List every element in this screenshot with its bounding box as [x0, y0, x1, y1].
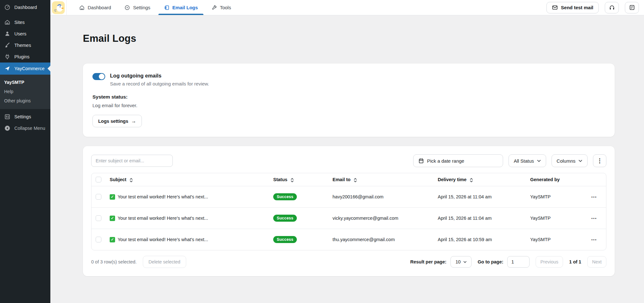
generated-by-cell: YaySMTP — [526, 216, 582, 221]
results-per-page-select[interactable]: 10 — [450, 256, 472, 268]
sliders-icon — [4, 114, 11, 120]
status-badge: Success — [273, 236, 297, 243]
row-actions-menu[interactable]: ⋯ — [591, 215, 597, 221]
email-logs-table: Subject Status Email to — [91, 173, 606, 250]
sort-icon[interactable] — [129, 177, 133, 182]
main-area: Email Logs Log outgoing emails Save a re… — [50, 15, 644, 303]
header-checkbox-cell — [91, 177, 106, 182]
tab-settings[interactable]: Settings — [118, 0, 157, 15]
support-button[interactable] — [605, 2, 619, 13]
columns-dropdown[interactable]: Columns — [552, 154, 588, 167]
filter-buttons: Pick a date range All Status Columns — [413, 154, 606, 167]
log-settings-card: Log outgoing emails Save a record of all… — [83, 63, 615, 137]
go-to-page-input[interactable] — [507, 256, 530, 268]
chevron-down-icon — [463, 260, 467, 264]
docs-button[interactable] — [625, 2, 639, 13]
subject-cell[interactable]: ✓ Your test email worked! Here's what's … — [106, 237, 269, 242]
topbar-actions: Send test mail — [546, 0, 644, 15]
status-filter-dropdown[interactable]: All Status — [509, 154, 546, 167]
sidebar-item-yaycommerce[interactable]: YayCommerce — [0, 63, 50, 75]
sidebar-item-label: Plugins — [14, 54, 30, 59]
page-indicator: 1 of 1 — [569, 259, 581, 264]
email-to-cell: vicky.yaycommerce@gmail.com — [328, 216, 433, 221]
logo-container — [50, 0, 67, 15]
headphones-icon — [609, 4, 615, 11]
submenu-item-yaysmtp[interactable]: YaySMTP — [0, 78, 50, 87]
logs-settings-label: Logs settings — [98, 119, 128, 124]
header-email-to-label: Email to — [333, 177, 350, 182]
sort-icon[interactable] — [290, 177, 294, 182]
next-page-button[interactable]: Next — [587, 256, 606, 268]
tab-label: Settings — [133, 5, 150, 10]
header-email-to[interactable]: Email to — [328, 177, 433, 182]
row-actions-menu[interactable]: ⋯ — [591, 194, 597, 200]
sidebar-item-dashboard[interactable]: Dashboard — [0, 2, 50, 13]
header-generated-by: Generated by — [526, 177, 582, 182]
more-options-button[interactable]: ⋮ — [593, 154, 606, 167]
logs-settings-button[interactable]: Logs settings → — [92, 115, 142, 127]
delete-selected-button[interactable]: Delete selected — [143, 256, 186, 268]
home-icon — [79, 5, 85, 11]
tab-label: Dashboard — [88, 5, 111, 10]
row-checkbox[interactable] — [96, 215, 101, 221]
plug-icon — [4, 54, 11, 60]
send-test-mail-label: Send test mail — [561, 5, 593, 10]
chevron-down-icon — [537, 159, 541, 163]
submenu-item-other-plugins[interactable]: Other plugins — [0, 96, 50, 105]
row-checkbox[interactable] — [96, 237, 101, 242]
toggle-knob — [99, 74, 105, 79]
row-actions-menu[interactable]: ⋯ — [591, 237, 597, 243]
tab-email-logs[interactable]: Email Logs — [157, 0, 205, 15]
yaysmtp-duck-logo[interactable] — [52, 1, 65, 14]
email-to-cell: thu.yaycommerce@gmail.com — [328, 237, 433, 242]
sidebar-item-sites[interactable]: Sites — [0, 17, 50, 28]
log-outgoing-emails-toggle[interactable] — [92, 73, 105, 80]
header-delivery-time[interactable]: Delivery time — [433, 177, 526, 182]
arrow-right-icon: → — [131, 118, 136, 124]
send-test-mail-button[interactable]: Send test mail — [546, 2, 599, 13]
header-generated-by-label: Generated by — [530, 177, 560, 182]
delivery-time-cell: April 15, 2026 at 10:59 am — [433, 237, 526, 242]
date-range-button[interactable]: Pick a date range — [413, 154, 503, 167]
sidebar-item-label: Collapse Menu — [14, 126, 45, 131]
green-check-icon: ✓ — [110, 237, 115, 242]
sidebar-item-settings[interactable]: Settings — [0, 111, 50, 122]
header-subject-label: Subject — [110, 177, 126, 182]
row-checkbox[interactable] — [96, 194, 101, 200]
selection-summary: 0 of 3 row(s) selected. — [91, 259, 137, 264]
yaycommerce-flyer-icon — [4, 65, 11, 72]
header-subject[interactable]: Subject — [106, 177, 269, 182]
sidebar-item-users[interactable]: Users — [0, 28, 50, 40]
submenu-item-help[interactable]: Help — [0, 87, 50, 96]
wrench-icon — [211, 5, 217, 11]
tab-tools[interactable]: Tools — [205, 0, 238, 15]
calendar-icon — [418, 158, 424, 164]
system-status-value: Log email for forever. — [92, 103, 605, 108]
sidebar-item-plugins[interactable]: Plugins — [0, 51, 50, 63]
plugin-topbar: Dashboard Settings Email Logs Tools — [50, 0, 644, 15]
status-cell: Success — [269, 236, 328, 243]
gear-icon — [124, 5, 130, 11]
delivery-time-cell: April 15, 2026 at 11:04 am — [433, 216, 526, 221]
sort-icon[interactable] — [354, 177, 357, 182]
sidebar-item-collapse-menu[interactable]: Collapse Menu — [0, 122, 50, 134]
search-input[interactable] — [91, 155, 173, 167]
email-logs-icon — [164, 5, 170, 11]
previous-page-button[interactable]: Previous — [536, 256, 563, 268]
subject-cell[interactable]: ✓ Your test email worked! Here's what's … — [106, 194, 269, 200]
status-badge: Success — [273, 215, 297, 222]
select-all-checkbox[interactable] — [96, 177, 101, 182]
header-status[interactable]: Status — [269, 177, 328, 182]
tab-dashboard[interactable]: Dashboard — [72, 0, 118, 15]
subject-text: Your test email worked! Here's what's ne… — [118, 237, 208, 242]
app-root: Dashboard Sites Users Themes Plugins — [0, 0, 644, 303]
sidebar-item-themes[interactable]: Themes — [0, 40, 50, 51]
sort-icon[interactable] — [470, 177, 473, 182]
sidebar-item-label: Settings — [14, 114, 31, 119]
table-row: ✓ Your test email worked! Here's what's … — [91, 186, 606, 207]
chevron-down-icon — [578, 159, 582, 163]
subject-cell[interactable]: ✓ Your test email worked! Here's what's … — [106, 216, 269, 221]
table-footer: 0 of 3 row(s) selected. Delete selected … — [91, 256, 606, 268]
collapse-circle-icon — [4, 125, 11, 131]
subject-text: Your test email worked! Here's what's ne… — [118, 194, 208, 199]
